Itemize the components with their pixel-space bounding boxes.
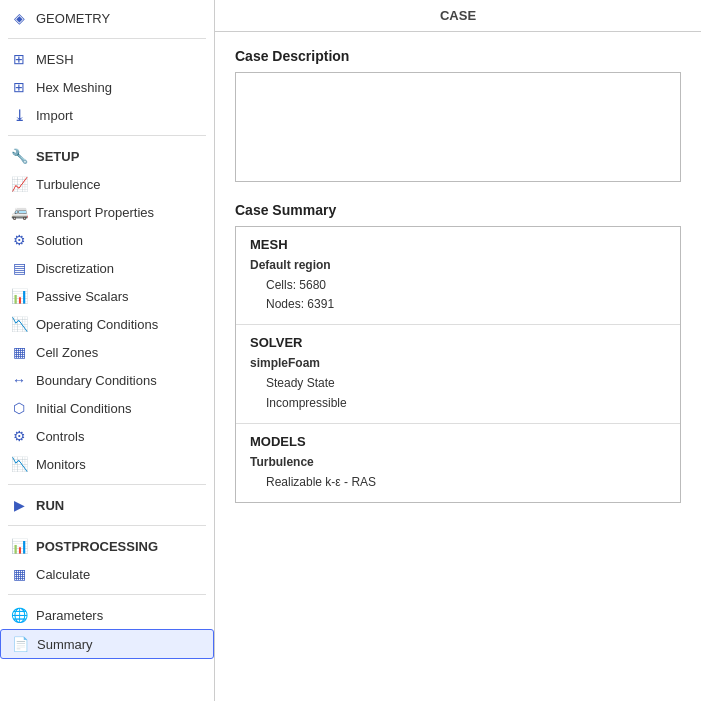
sidebar-item-label: Initial Conditions — [36, 401, 131, 416]
summary-solver-section: SOLVER simpleFoam Steady State Incompres… — [236, 325, 680, 423]
postprocessing-icon: 📊 — [10, 537, 28, 555]
sidebar-item-discretization[interactable]: ▤ Discretization — [0, 254, 214, 282]
turbulence-label: Turbulence — [250, 455, 666, 469]
sidebar-group-label: SETUP — [36, 149, 79, 164]
hex-meshing-icon: ⊞ — [10, 78, 28, 96]
sidebar-item-import[interactable]: ⤓ Import — [0, 101, 214, 129]
boundary-conditions-icon: ↔ — [10, 371, 28, 389]
sidebar-item-label: Cell Zones — [36, 345, 98, 360]
discretization-icon: ▤ — [10, 259, 28, 277]
turbulence-value: Realizable k-ε - RAS — [250, 473, 666, 492]
sidebar-item-cell-zones[interactable]: ▦ Cell Zones — [0, 338, 214, 366]
sidebar-item-initial-conditions[interactable]: ⬡ Initial Conditions — [0, 394, 214, 422]
sidebar-item-label: Calculate — [36, 567, 90, 582]
main-content: Case Description Case Summary MESH Defau… — [215, 32, 701, 701]
mesh-section-title: MESH — [250, 237, 666, 252]
sidebar-group-label: RUN — [36, 498, 64, 513]
sidebar-item-controls[interactable]: ⚙ Controls — [0, 422, 214, 450]
sidebar-item-transport-properties[interactable]: 🚐 Transport Properties — [0, 198, 214, 226]
sidebar-item-label: Discretization — [36, 261, 114, 276]
main-header: CASE — [215, 0, 701, 32]
sidebar-item-label: Monitors — [36, 457, 86, 472]
sidebar-item-passive-scalars[interactable]: 📊 Passive Scalars — [0, 282, 214, 310]
sidebar-item-label: Transport Properties — [36, 205, 154, 220]
sidebar-group-setup: 🔧 SETUP — [0, 142, 214, 170]
sidebar-item-mesh[interactable]: ⊞ MESH — [0, 45, 214, 73]
sidebar-item-label: Import — [36, 108, 73, 123]
summary-icon: 📄 — [11, 635, 29, 653]
sidebar-group-postprocessing: 📊 POSTPROCESSING — [0, 532, 214, 560]
sidebar-group-run[interactable]: ▶ RUN — [0, 491, 214, 519]
sidebar-item-label: MESH — [36, 52, 74, 67]
cells-value: Cells: 5680 — [266, 276, 666, 295]
solver-details: Steady State Incompressible — [250, 374, 666, 412]
monitors-icon: 📉 — [10, 455, 28, 473]
sidebar-item-label: Hex Meshing — [36, 80, 112, 95]
sidebar-item-label: Summary — [37, 637, 93, 652]
solver-detail-2: Incompressible — [266, 394, 666, 413]
import-icon: ⤓ — [10, 106, 28, 124]
solution-icon: ⚙ — [10, 231, 28, 249]
divider-4 — [8, 525, 206, 526]
operating-conditions-icon: 📉 — [10, 315, 28, 333]
controls-icon: ⚙ — [10, 427, 28, 445]
sidebar-item-solution[interactable]: ⚙ Solution — [0, 226, 214, 254]
mesh-region-label: Default region — [250, 258, 666, 272]
calculate-icon: ▦ — [10, 565, 28, 583]
mesh-icon: ⊞ — [10, 50, 28, 68]
turbulence-icon: 📈 — [10, 175, 28, 193]
sidebar-item-label: Solution — [36, 233, 83, 248]
sidebar-group-label: POSTPROCESSING — [36, 539, 158, 554]
main-panel: CASE Case Description Case Summary MESH … — [215, 0, 701, 701]
sidebar-item-summary[interactable]: 📄 Summary — [0, 629, 214, 659]
transport-icon: 🚐 — [10, 203, 28, 221]
geometry-icon: ◈ — [10, 9, 28, 27]
sidebar-item-hex-meshing[interactable]: ⊞ Hex Meshing — [0, 73, 214, 101]
main-title: CASE — [440, 8, 476, 23]
sidebar-item-geometry[interactable]: ◈ GEOMETRY — [0, 4, 214, 32]
initial-conditions-icon: ⬡ — [10, 399, 28, 417]
sidebar-item-monitors[interactable]: 📉 Monitors — [0, 450, 214, 478]
sidebar-item-label: Controls — [36, 429, 84, 444]
solver-name: simpleFoam — [250, 356, 666, 370]
sidebar-item-calculate[interactable]: ▦ Calculate — [0, 560, 214, 588]
nodes-value: Nodes: 6391 — [266, 295, 666, 314]
solver-section-title: SOLVER — [250, 335, 666, 350]
sidebar-item-boundary-conditions[interactable]: ↔ Boundary Conditions — [0, 366, 214, 394]
case-description-box[interactable] — [235, 72, 681, 182]
solver-detail-1: Steady State — [266, 374, 666, 393]
parameters-icon: 🌐 — [10, 606, 28, 624]
sidebar-item-label: GEOMETRY — [36, 11, 110, 26]
divider-1 — [8, 38, 206, 39]
case-summary-box: MESH Default region Cells: 5680 Nodes: 6… — [235, 226, 681, 503]
sidebar-item-label: Boundary Conditions — [36, 373, 157, 388]
sidebar-item-label: Turbulence — [36, 177, 101, 192]
sidebar-item-label: Passive Scalars — [36, 289, 128, 304]
summary-models-section: MODELS Turbulence Realizable k-ε - RAS — [236, 424, 680, 502]
mesh-cells: Cells: 5680 Nodes: 6391 — [250, 276, 666, 314]
sidebar-item-parameters[interactable]: 🌐 Parameters — [0, 601, 214, 629]
cell-zones-icon: ▦ — [10, 343, 28, 361]
setup-icon: 🔧 — [10, 147, 28, 165]
sidebar-item-operating-conditions[interactable]: 📉 Operating Conditions — [0, 310, 214, 338]
run-icon: ▶ — [10, 496, 28, 514]
models-section-title: MODELS — [250, 434, 666, 449]
divider-5 — [8, 594, 206, 595]
case-description-label: Case Description — [235, 48, 681, 64]
case-summary-label: Case Summary — [235, 202, 681, 218]
sidebar: ◈ GEOMETRY ⊞ MESH ⊞ Hex Meshing ⤓ Import… — [0, 0, 215, 701]
summary-mesh-section: MESH Default region Cells: 5680 Nodes: 6… — [236, 227, 680, 325]
turbulence-model: Realizable k-ε - RAS — [266, 473, 666, 492]
passive-scalars-icon: 📊 — [10, 287, 28, 305]
divider-2 — [8, 135, 206, 136]
divider-3 — [8, 484, 206, 485]
sidebar-item-label: Parameters — [36, 608, 103, 623]
sidebar-item-turbulence[interactable]: 📈 Turbulence — [0, 170, 214, 198]
sidebar-item-label: Operating Conditions — [36, 317, 158, 332]
